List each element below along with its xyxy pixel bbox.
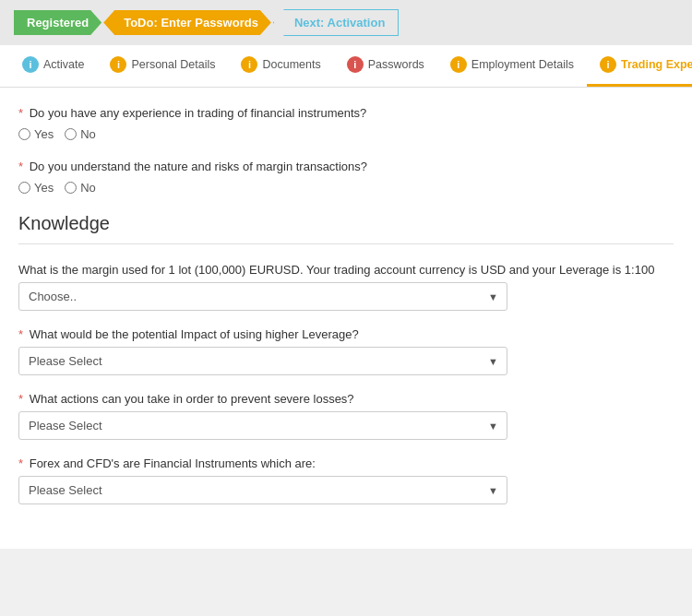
- tab-employment-details[interactable]: i Employment Details: [437, 45, 587, 87]
- tab-employment-details-label: Employment Details: [471, 58, 574, 71]
- question-2-no-radio[interactable]: [65, 182, 77, 194]
- required-star-1: *: [18, 106, 23, 120]
- tab-trading-experience[interactable]: i Trading Experience: [587, 45, 692, 87]
- tab-passwords-label: Passwords: [368, 58, 424, 71]
- tab-personal-details-label: Personal Details: [131, 58, 215, 71]
- question-block-2: * Do you understand the nature and risks…: [18, 160, 674, 195]
- tab-personal-details[interactable]: i Personal Details: [97, 45, 228, 87]
- required-star-kq4: *: [18, 456, 23, 470]
- tab-documents-label: Documents: [262, 58, 320, 71]
- knowledge-q1: What is the margin used for 1 lot (100,0…: [18, 263, 674, 311]
- knowledge-q2-select[interactable]: Please Select: [18, 347, 507, 375]
- knowledge-q4: * Forex and CFD's are Financial Instrume…: [18, 456, 674, 504]
- required-star-2: *: [18, 160, 23, 173]
- knowledge-q1-select[interactable]: Choose..: [18, 282, 507, 311]
- knowledge-q4-select[interactable]: Please Select: [18, 476, 507, 504]
- main-content: * Do you have any experience in trading …: [0, 88, 692, 549]
- tab-passwords-icon: i: [347, 56, 364, 73]
- question-1-label: * Do you have any experience in trading …: [18, 106, 674, 120]
- tab-personal-details-icon: i: [110, 56, 126, 73]
- question-2-radio-group: Yes No: [18, 181, 674, 195]
- question-2-yes[interactable]: Yes: [18, 181, 54, 195]
- tab-activate-label: Activate: [43, 58, 84, 71]
- step-todo-label: ToDo: Enter Passwords: [124, 16, 258, 30]
- step-next-label: Next: Activation: [294, 16, 385, 30]
- question-2-label: * Do you understand the nature and risks…: [18, 160, 674, 173]
- tab-activate-icon: i: [22, 56, 39, 73]
- tab-navigation: i Activate i Personal Details i Document…: [0, 45, 692, 88]
- step-registered[interactable]: Registered: [14, 10, 101, 35]
- knowledge-q1-label: What is the margin used for 1 lot (100,0…: [18, 263, 674, 277]
- tab-documents-icon: i: [241, 56, 257, 73]
- required-star-kq2: *: [18, 327, 23, 341]
- tab-trading-experience-icon: i: [600, 56, 616, 73]
- tab-passwords[interactable]: i Passwords: [334, 45, 437, 87]
- step-next[interactable]: Next: Activation: [273, 9, 399, 36]
- knowledge-q4-label: * Forex and CFD's are Financial Instrume…: [18, 456, 674, 470]
- tab-employment-details-icon: i: [450, 56, 467, 73]
- required-star-kq3: *: [18, 392, 23, 406]
- knowledge-section: Knowledge What is the margin used for 1 …: [18, 213, 674, 504]
- question-1-no-radio[interactable]: [65, 128, 77, 140]
- question-1-yes-radio[interactable]: [18, 128, 30, 140]
- tab-trading-experience-label: Trading Experience: [621, 58, 692, 71]
- step-registered-label: Registered: [27, 16, 89, 30]
- question-2-yes-radio[interactable]: [18, 182, 30, 194]
- question-2-no[interactable]: No: [65, 181, 96, 195]
- question-1-yes[interactable]: Yes: [18, 127, 54, 141]
- progress-bar: Registered ToDo: Enter Passwords Next: A…: [0, 0, 692, 45]
- question-block-1: * Do you have any experience in trading …: [18, 106, 674, 141]
- knowledge-q4-select-wrapper: Please Select: [18, 476, 507, 504]
- tab-documents[interactable]: i Documents: [228, 45, 333, 87]
- step-todo[interactable]: ToDo: Enter Passwords: [103, 10, 271, 35]
- knowledge-q2: * What would be the potential Impact of …: [18, 327, 674, 375]
- knowledge-q2-select-wrapper: Please Select: [18, 347, 507, 375]
- question-1-no[interactable]: No: [65, 127, 96, 141]
- knowledge-q3-select[interactable]: Please Select: [18, 411, 507, 440]
- knowledge-q3: * What actions can you take in order to …: [18, 392, 674, 440]
- knowledge-section-title: Knowledge: [18, 213, 674, 244]
- question-1-radio-group: Yes No: [18, 127, 674, 141]
- knowledge-q3-select-wrapper: Please Select: [18, 411, 507, 440]
- knowledge-q1-select-wrapper: Choose..: [18, 282, 507, 311]
- tab-activate[interactable]: i Activate: [9, 45, 97, 87]
- knowledge-q3-label: * What actions can you take in order to …: [18, 392, 674, 406]
- knowledge-q2-label: * What would be the potential Impact of …: [18, 327, 674, 341]
